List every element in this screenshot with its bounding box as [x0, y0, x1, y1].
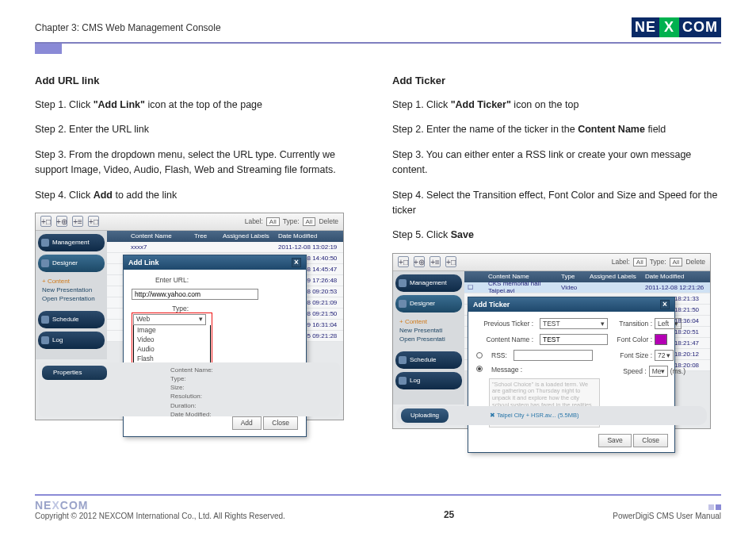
col-content-name: Content Name [485, 273, 558, 280]
new-presentation-link[interactable]: New Presentation [42, 286, 104, 294]
sidebar-item-management[interactable]: Management [38, 234, 105, 251]
font-size-label: Font Size : [614, 351, 652, 359]
add-button[interactable]: Add [232, 416, 262, 430]
heading-add-ticker: Add Ticker [392, 75, 721, 86]
option-image[interactable]: Image [134, 325, 210, 335]
dialog-title: Add Link [128, 259, 159, 266]
prop-field: Date Modified: [170, 410, 213, 419]
copyright: Copyright © 2012 NEXCOM International Co… [35, 512, 285, 520]
page-number: 25 [444, 509, 454, 520]
content-link[interactable]: + Content [42, 277, 104, 286]
font-color-label: Font Color : [614, 336, 652, 343]
nexcom-logo: NEXCOM [632, 17, 721, 37]
manual-name: PowerDigiS CMS User Manual [613, 512, 721, 520]
toolbar-icon[interactable]: +≡ [72, 216, 83, 227]
properties-bar: Properties Content Name: Type: Size: Res… [39, 362, 340, 416]
prop-field: Size: [170, 383, 213, 392]
step: Step 3. You can either enter a RSS link … [392, 148, 721, 178]
sidebar-item-schedule[interactable]: Schedule [38, 311, 105, 328]
toolbar-icon[interactable]: +≡ [430, 256, 441, 267]
font-color-swatch[interactable] [655, 334, 667, 345]
speed-select[interactable]: Me▾ [649, 366, 668, 377]
sidebar-item-designer[interactable]: Designer [395, 295, 462, 313]
rss-radio[interactable] [476, 352, 483, 359]
delete-button[interactable]: Delete [685, 258, 705, 266]
close-icon[interactable]: × [292, 258, 301, 267]
footer-logo: NEXCOM [35, 499, 285, 512]
type-select[interactable]: All [303, 217, 316, 226]
type-label: Type: [132, 305, 189, 313]
col-date-modified: Date Modified [275, 232, 343, 240]
step: Step 5. Click Save [392, 228, 721, 243]
uploading-file[interactable]: ✖ Taipei City + HSR.av... (5.5MB) [490, 412, 578, 419]
toolbar: +□ +⊕ +≡ +□ Label:All Type:All Delete [36, 213, 343, 231]
step: Step 2. Enter the name of the ticker in … [392, 122, 721, 137]
previous-ticker-label: Previous Ticker : [476, 320, 533, 328]
toolbar-icon[interactable]: +□ [445, 256, 456, 267]
toolbar: +□ +⊕ +≡ +□ Label:All Type:All Delete [393, 254, 710, 271]
message-radio[interactable] [476, 366, 483, 372]
uploading-bar: Uploading ✖ Taipei City + HSR.av... (5.5… [396, 406, 707, 425]
enter-url-label: Enter URL: [132, 276, 189, 284]
col-type: Type [558, 273, 586, 280]
sidebar-item-designer[interactable]: Designer [38, 255, 105, 272]
sidebar-item-schedule[interactable]: Schedule [395, 351, 462, 369]
toolbar-icon[interactable]: +⊕ [56, 216, 67, 227]
transition-select[interactable]: Left▾ [655, 318, 682, 329]
open-presentation-link[interactable]: Open Presentation [42, 294, 104, 303]
speed-unit: (ms.) [670, 367, 685, 375]
font-size-select[interactable]: 72▾ [655, 350, 674, 361]
prop-field: Resolution: [170, 392, 213, 401]
label-select[interactable]: All [266, 217, 280, 226]
toolbar-icon[interactable]: +□ [88, 216, 99, 227]
open-presentation-link[interactable]: Open Presentati [399, 335, 461, 343]
table-row[interactable]: xxxx72011-12-08 13:02:19 [107, 242, 343, 253]
option-audio[interactable]: Audio [134, 344, 210, 354]
toolbar-icon[interactable]: +□ [398, 256, 409, 267]
prop-field: Duration: [170, 401, 213, 410]
close-button[interactable]: Close [263, 416, 298, 430]
message-label: Message : [491, 366, 522, 374]
content-link[interactable]: + Content [399, 317, 461, 326]
sidebar: Management Designer + Content New Presen… [36, 231, 107, 359]
url-input[interactable] [132, 289, 258, 300]
sidebar-item-log[interactable]: Log [395, 372, 462, 389]
step: Step 3. From the dropdown menu, select t… [35, 148, 364, 178]
step: Step 1. Click "Add Link" icon at the top… [35, 98, 364, 113]
type-label: Type: [650, 258, 666, 266]
toolbar-icon[interactable]: +□ [40, 216, 52, 227]
prop-field: Content Name: [170, 366, 213, 374]
type-select[interactable]: All [670, 258, 683, 266]
previous-ticker-select[interactable]: TEST▾ [540, 318, 608, 329]
close-icon[interactable]: × [660, 300, 670, 309]
transition-label: Transition : [614, 320, 652, 328]
label-label: Label: [612, 258, 630, 266]
sidebar-item-management[interactable]: Management [395, 274, 462, 292]
screenshot-add-link: +□ +⊕ +≡ +□ Label:All Type:All Delete Ma… [35, 213, 344, 420]
rss-input[interactable] [514, 350, 593, 361]
add-ticker-dialog: Add Ticker× Previous Ticker : TEST▾ Cont… [468, 297, 675, 453]
section-tab-stub [35, 44, 62, 54]
step: Step 1. Click "Add Ticker" icon on the t… [392, 98, 721, 113]
option-video[interactable]: Video [134, 335, 210, 344]
new-presentation-link[interactable]: New Presentati [399, 326, 461, 335]
step: Step 4. Click Add to add the link [35, 188, 364, 203]
prop-field: Type: [170, 374, 213, 383]
label-select[interactable]: All [633, 258, 647, 266]
sidebar-item-log[interactable]: Log [38, 332, 105, 349]
screenshot-add-ticker: +□ +⊕ +≡ +□ Label:All Type:All Delete Ma… [392, 253, 711, 429]
col-assigned-labels: Assigned Labels [586, 273, 642, 280]
speed-label: Speed : [614, 367, 647, 375]
content-name-input[interactable] [540, 334, 608, 345]
toolbar-icon[interactable]: +⊕ [414, 256, 425, 267]
type-select[interactable]: Web▾ [133, 314, 206, 325]
col-content-name: Content Name [128, 232, 191, 240]
close-button[interactable]: Close [633, 434, 668, 447]
chevron-down-icon: ▾ [199, 315, 203, 324]
table-row[interactable]: ☐CKS memorial hall Taipei.aviVideo2011-1… [464, 282, 710, 293]
sidebar: Management Designer + Content New Presen… [393, 271, 464, 405]
content-name-label: Content Name : [476, 336, 533, 343]
save-button[interactable]: Save [598, 434, 631, 447]
properties-label[interactable]: Properties [42, 366, 107, 380]
delete-button[interactable]: Delete [319, 217, 338, 225]
